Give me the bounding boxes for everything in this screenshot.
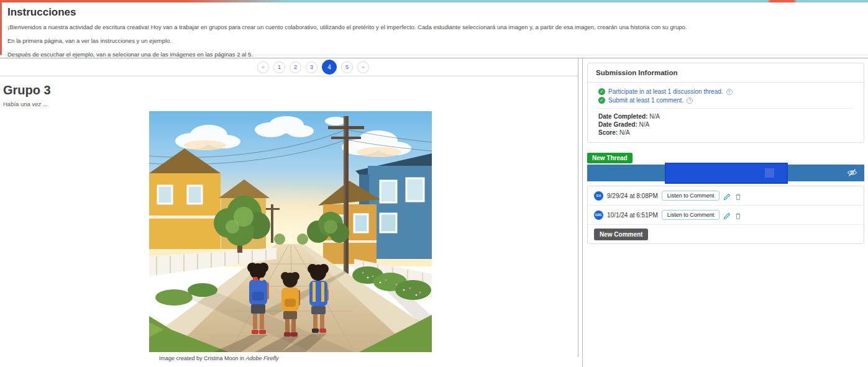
story-illustration — [149, 111, 432, 352]
help-icon[interactable]: ? — [726, 89, 733, 95]
submission-info-card: Submission Information ✓ Participate in … — [587, 63, 864, 143]
instructions-section: Instrucciones ¡Bienvenidos a nuestra act… — [0, 2, 868, 55]
discussion-activity-page: Instrucciones ¡Bienvenidos a nuestra act… — [0, 0, 868, 367]
edit-pencil-icon[interactable] — [723, 192, 731, 199]
instructions-paragraph: ¡Bienvenidos a nuestra actividad de escr… — [7, 24, 861, 30]
pagination-page-4[interactable]: 4 — [322, 60, 337, 75]
image-caption: Image created by Cristina Moon in Adobe … — [149, 355, 432, 361]
content-panel: « 1 2 3 4 5 » Grupo 3 Había una vez ... — [0, 58, 578, 357]
delete-trash-icon[interactable] — [734, 211, 742, 219]
listen-to-comment-button[interactable]: Listen to Comment — [662, 210, 720, 220]
group-title: Grupo 3 — [3, 83, 578, 97]
requirement-link[interactable]: Participate in at least 1 discussion thr… — [608, 88, 723, 95]
score-field: Score: N/A — [598, 129, 853, 136]
submission-info-title: Submission Information — [588, 63, 864, 83]
comment-timestamp: 10/1/24 at 6:51PM — [607, 212, 658, 219]
date-completed-field: Date Completed: N/A — [598, 113, 853, 120]
instructions-title: Instrucciones — [7, 6, 861, 19]
pagination-page-1[interactable]: 1 — [273, 61, 285, 73]
edit-pencil-icon[interactable] — [723, 211, 731, 219]
check-icon: ✓ — [598, 97, 605, 104]
listen-to-comment-button[interactable]: Listen to Comment — [662, 191, 720, 201]
eye-slash-icon[interactable] — [847, 168, 857, 177]
comments-card: GA 9/29/24 at 8:08PM Listen to Comment G… — [587, 186, 864, 244]
pagination-page-5[interactable]: 5 — [341, 61, 353, 73]
comment-row: GRC 10/1/24 at 6:51PM Listen to Comment — [588, 206, 864, 225]
check-icon: ✓ — [598, 88, 605, 95]
story-start-text: Había una vez ... — [3, 101, 578, 107]
pagination-prev-button[interactable]: « — [257, 61, 269, 73]
comment-timestamp: 9/29/24 at 8:08PM — [607, 193, 658, 199]
instructions-paragraph: Después de escuchar el ejemplo, van a se… — [7, 51, 861, 58]
redaction-peek — [765, 168, 774, 178]
date-graded-field: Date Graded: N/A — [598, 121, 853, 128]
avatar: GA — [594, 191, 603, 201]
pagination-page-3[interactable]: 3 — [306, 61, 318, 73]
help-icon[interactable]: ? — [687, 97, 693, 104]
instructions-paragraph: En la primera página, van a ver las inst… — [7, 37, 861, 44]
pagination-next-button[interactable]: » — [357, 61, 369, 73]
comment-row: GA 9/29/24 at 8:08PM Listen to Comment — [588, 186, 864, 206]
submission-panel: Submission Information ✓ Participate in … — [582, 58, 868, 367]
pagination-page-2[interactable]: 2 — [290, 61, 301, 73]
new-comment-button[interactable]: New Comment — [594, 229, 648, 240]
new-thread-button[interactable]: New Thread — [587, 153, 633, 163]
delete-trash-icon[interactable] — [734, 192, 742, 199]
divider — [596, 108, 853, 109]
requirement-link[interactable]: Submit at least 1 comment. — [608, 97, 683, 104]
redaction-overlay — [665, 163, 788, 184]
avatar: GRC — [594, 211, 603, 220]
requirement-row: ✓ Submit at least 1 comment. ? — [598, 97, 853, 104]
story-figure: Image created by Cristina Moon in Adobe … — [149, 111, 432, 361]
requirement-row: ✓ Participate in at least 1 discussion t… — [598, 88, 853, 95]
pagination: « 1 2 3 4 5 » — [0, 58, 578, 76]
